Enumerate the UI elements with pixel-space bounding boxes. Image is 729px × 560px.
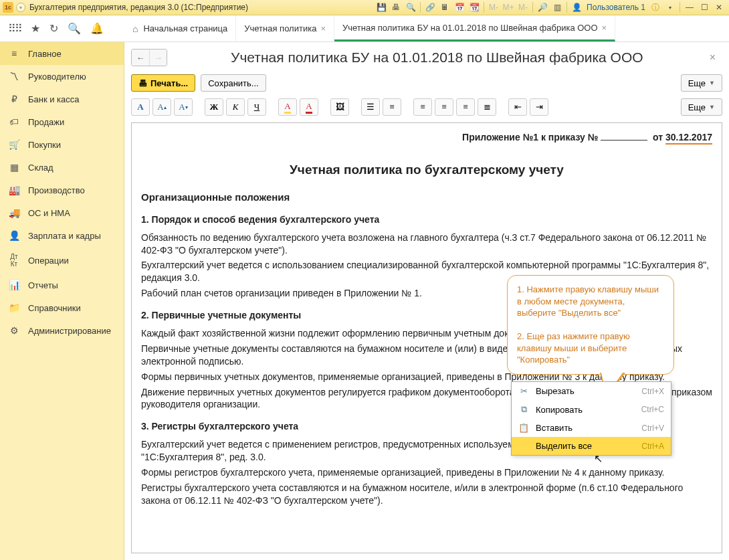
help-callout: 1. Нажмите правую клавишу мыши в любом м… <box>507 275 674 375</box>
font-grow-button[interactable]: A▴ <box>152 98 171 116</box>
highlight-button[interactable]: А <box>278 98 297 116</box>
minimize-icon[interactable]: — <box>684 1 696 13</box>
tab-home[interactable]: ⌂ Начальная страница <box>124 15 236 41</box>
context-menu: ✂ Вырезать Ctrl+X ⧉ Копировать Ctrl+C 📋 … <box>511 381 671 456</box>
cart-icon: 🛒 <box>8 139 20 150</box>
page-title: Учетная политика БУ на 01.01.2018 по Шве… <box>167 50 707 66</box>
doc-title: Учетная политика по бухгалтерскому учету <box>141 161 712 179</box>
info-icon[interactable]: ⓘ <box>649 1 661 13</box>
format-toolbar: A A▴ A▾ Ж К Ч А А 🖼 ☰ ≡ ≡ ≡ ≡ ≣ ⇤ ⇥ Еще▼ <box>124 96 729 122</box>
sidebar-item-warehouse[interactable]: ▦Склад <box>0 156 124 179</box>
printer-icon: 🖶 <box>138 78 147 88</box>
close-icon[interactable]: × <box>602 23 607 33</box>
notifications-icon[interactable]: 🔔 <box>90 22 104 35</box>
sidebar-item-catalogs[interactable]: 📁Справочники <box>0 296 124 319</box>
font-name-button[interactable]: A <box>131 98 150 116</box>
calc-icon[interactable]: 🖩 <box>439 1 451 13</box>
close-window-icon[interactable]: ✕ <box>713 1 725 13</box>
scissors-icon: ✂ <box>518 386 529 396</box>
m-r-icon[interactable]: M- <box>517 1 529 13</box>
align-justify-button[interactable]: ≣ <box>478 98 496 116</box>
save-db-icon[interactable]: 💾 <box>375 1 387 13</box>
doc-section-1: Организационные положения <box>141 191 712 204</box>
zoom-icon[interactable]: 🔎 <box>536 1 548 13</box>
sidebar-item-assets[interactable]: 🚚ОС и НМА <box>0 201 124 224</box>
dk-icon: ДтКт <box>8 253 20 268</box>
save-button[interactable]: Сохранить... <box>201 74 266 92</box>
m-minus-icon[interactable]: M- <box>488 1 500 13</box>
font-shrink-button[interactable]: A▾ <box>174 98 193 116</box>
sidebar-item-admin[interactable]: ⚙Администрирование <box>0 319 124 342</box>
link-icon[interactable]: 🔗 <box>424 1 436 13</box>
person-icon: 👤 <box>8 230 20 241</box>
tab-label: Учетная политика <box>244 23 316 33</box>
factory-icon: 🏭 <box>8 185 20 195</box>
ctx-select-all[interactable]: Выделить все Ctrl+A <box>512 437 671 455</box>
more-button[interactable]: Еще▼ <box>681 74 722 92</box>
sidebar-item-hr[interactable]: 👤Зарплата и кадры <box>0 224 124 247</box>
close-page-icon[interactable]: × <box>707 49 718 66</box>
user-label[interactable]: Пользователь 1 <box>584 3 648 12</box>
sidebar-item-reports[interactable]: 📊Отчеты <box>0 274 124 296</box>
copy-icon: ⧉ <box>518 404 529 415</box>
sidebar-item-bank[interactable]: ₽Банк и касса <box>0 88 124 110</box>
print-button[interactable]: 🖶 Печать... <box>131 74 195 92</box>
sidebar-item-production[interactable]: 🏭Производство <box>0 179 124 201</box>
tab-accounting-policy[interactable]: Учетная политика × <box>236 15 334 41</box>
number-list-button[interactable]: ≡ <box>383 98 401 116</box>
indent-decrease-button[interactable]: ⇤ <box>508 98 527 116</box>
nav-forward-button[interactable]: → <box>149 50 167 66</box>
date-icon[interactable]: 📆 <box>468 1 480 13</box>
italic-button[interactable]: К <box>226 98 245 116</box>
barchart-icon: 📊 <box>8 280 20 290</box>
maximize-icon[interactable]: ☐ <box>698 1 710 13</box>
menu-lines-icon: ≡ <box>8 48 20 59</box>
more-format-button[interactable]: Еще▼ <box>681 98 722 116</box>
top-toolbar: ⠿⠿ ★ ↻ 🔍 🔔 ⌂ Начальная страница Учетная … <box>0 15 729 42</box>
gear-icon: ⚙ <box>8 325 20 336</box>
tag-icon: 🏷 <box>8 116 20 127</box>
sidebar-item-purchases[interactable]: 🛒Покупки <box>0 133 124 156</box>
home-icon: ⌂ <box>132 23 138 34</box>
preview-icon[interactable]: 🔍 <box>405 1 417 13</box>
close-icon[interactable]: × <box>320 23 326 33</box>
nav-back-forward: ← → <box>131 49 167 66</box>
sidebar-item-main[interactable]: ≡Главное <box>0 42 124 65</box>
panels-icon[interactable]: ▥ <box>551 1 563 13</box>
bold-button[interactable]: Ж <box>205 98 223 116</box>
text-color-button[interactable]: А <box>300 98 318 116</box>
content-area: ← → Учетная политика БУ на 01.01.2018 по… <box>124 42 729 560</box>
history-icon[interactable]: ↻ <box>49 22 58 35</box>
m-plus-icon[interactable]: M+ <box>502 1 514 13</box>
sidebar-item-manager[interactable]: 〽Руководителю <box>0 65 124 88</box>
info-dd-icon[interactable]: ▾ <box>664 1 676 13</box>
sidebar-item-operations[interactable]: ДтКтОперации <box>0 247 124 274</box>
align-left-button[interactable]: ≡ <box>413 98 432 116</box>
ctx-cut[interactable]: ✂ Вырезать Ctrl+X <box>512 382 671 400</box>
insert-image-button[interactable]: 🖼 <box>330 98 349 116</box>
window-titlebar: 1c ▾ Бухгалтерия предприятия, редакция 3… <box>0 0 729 15</box>
print-icon[interactable]: 🖶 <box>390 1 402 13</box>
annex-line: Приложение №1 к приказу № от 30.12.2017 <box>141 131 712 145</box>
tabs-bar: ⌂ Начальная страница Учетная политика × … <box>124 15 615 41</box>
bullet-list-button[interactable]: ☰ <box>361 98 380 116</box>
app-menu-dropdown[interactable]: ▾ <box>16 3 25 12</box>
search-icon[interactable]: 🔍 <box>68 22 81 35</box>
favorite-star-icon[interactable]: ★ <box>31 22 40 35</box>
align-right-button[interactable]: ≡ <box>456 98 475 116</box>
ctx-paste[interactable]: 📋 Вставить Ctrl+V <box>512 419 671 437</box>
apps-grid-icon[interactable]: ⠿⠿ <box>8 22 21 35</box>
calendar-icon[interactable]: 📅 <box>453 1 465 13</box>
paste-icon: 📋 <box>518 423 529 433</box>
nav-back-button[interactable]: ← <box>132 50 149 66</box>
indent-increase-button[interactable]: ⇥ <box>530 98 548 116</box>
align-center-button[interactable]: ≡ <box>435 98 453 116</box>
doc-subsection-1: 1. Порядок и способ ведения бухгалтерско… <box>141 213 712 226</box>
ctx-copy[interactable]: ⧉ Копировать Ctrl+C <box>512 400 671 419</box>
sidebar-item-sales[interactable]: 🏷Продажи <box>0 110 124 133</box>
underline-button[interactable]: Ч <box>247 98 266 116</box>
folder-icon: 📁 <box>8 302 20 313</box>
boxes-icon: ▦ <box>8 162 20 173</box>
chevron-down-icon: ▼ <box>709 80 715 86</box>
tab-policy-doc[interactable]: Учетная политика БУ на 01.01.2018 по Шве… <box>334 15 615 41</box>
